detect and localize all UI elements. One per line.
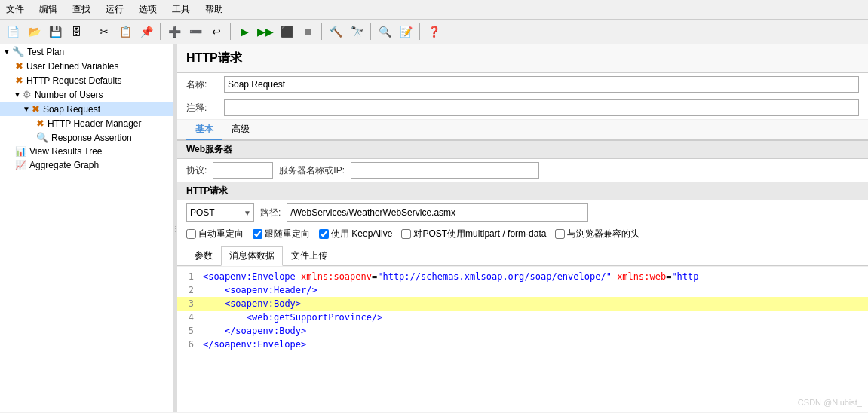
method-select[interactable]: POST GET PUT DELETE	[186, 203, 254, 222]
auto-redirect-label: 自动重定向	[198, 228, 244, 240]
code-line-5: 5 </soapenv:Body>	[177, 324, 868, 338]
http-request-section-header: HTTP请求	[177, 182, 868, 200]
method-row: POST GET PUT DELETE ▼ 路径:	[177, 200, 868, 225]
number-users-icon: ⚙	[23, 89, 32, 100]
keepalive-checkbox[interactable]	[319, 229, 329, 239]
checkbox-keepalive[interactable]: 使用 KeepAlive	[319, 228, 392, 240]
multipart-label: 对POST使用multipart / form-data	[413, 228, 546, 240]
tab-advanced[interactable]: 高级	[222, 120, 259, 140]
new-button[interactable]: 📄	[3, 22, 23, 41]
template-button[interactable]: 📝	[396, 22, 416, 41]
cut-button[interactable]: ✂	[94, 22, 114, 41]
toolbar: 📄 📂 💾 🗄 ✂ 📋 📌 ➕ ➖ ↩ ▶ ▶▶ ⬛ ⏹ 🔨 🔭 🔍 📝 ❓	[0, 20, 868, 44]
expand-icon: ▼	[23, 105, 30, 113]
save-all-button[interactable]: 🗄	[66, 22, 86, 41]
http-defaults-icon: ✖	[15, 75, 23, 86]
web-server-section-header: Web服务器	[177, 140, 868, 159]
code-line-4: 4 <web:getSupportProvince/>	[177, 311, 868, 324]
checkbox-row: 自动重定向 跟随重定向 使用 KeepAlive 对POST使用multipar…	[177, 225, 868, 243]
play-all-button[interactable]: ▶▶	[256, 22, 275, 41]
checkbox-browser-compat[interactable]: 与浏览器兼容的头	[555, 228, 639, 240]
clear-button[interactable]: 🔨	[326, 22, 345, 41]
separator-6	[419, 23, 420, 40]
checkbox-follow-redirect[interactable]: 跟随重定向	[253, 228, 310, 240]
line-num-4: 4	[177, 311, 200, 324]
help-button[interactable]: ❓	[424, 22, 443, 41]
stop-all-button[interactable]: ⏹	[298, 22, 317, 41]
line-num-6: 6	[177, 338, 200, 351]
name-input[interactable]	[224, 76, 859, 93]
browser-compat-label: 与浏览器兼容的头	[567, 228, 639, 240]
line-content-4: <web:getSupportProvince/>	[200, 311, 868, 324]
tree-label: Response Assertion	[51, 133, 132, 143]
remove-button[interactable]: ➖	[186, 22, 205, 41]
line-content-1: <soapenv:Envelope xmlns:soapenv="http://…	[200, 270, 868, 283]
multipart-checkbox[interactable]	[401, 229, 411, 239]
open-button[interactable]: 📂	[24, 22, 44, 41]
tree-item-user-defined[interactable]: ✖ User Defined Variables	[0, 59, 173, 73]
tab-basic[interactable]: 基本	[186, 120, 222, 140]
comment-input[interactable]	[224, 99, 859, 116]
add-button[interactable]: ➕	[164, 22, 184, 41]
menu-bar: 文件 编辑 查找 运行 选项 工具 帮助	[0, 0, 868, 20]
line-num-5: 5	[177, 324, 200, 338]
sub-tab-body[interactable]: 消息体数据	[221, 246, 283, 266]
stop-button[interactable]: ⬛	[277, 22, 296, 41]
line-num-2: 2	[177, 283, 200, 297]
sub-tab-params[interactable]: 参数	[186, 246, 221, 265]
protocol-input[interactable]	[213, 162, 273, 179]
copy-button[interactable]: 📋	[115, 22, 135, 41]
tree-label: Test Plan	[27, 47, 64, 57]
separator-3	[230, 23, 231, 40]
panel-title: HTTP请求	[177, 44, 868, 73]
sub-tab-upload[interactable]: 文件上传	[283, 246, 336, 265]
checkbox-multipart[interactable]: 对POST使用multipart / form-data	[401, 228, 546, 240]
server-input[interactable]	[351, 162, 539, 179]
auto-redirect-checkbox[interactable]	[186, 229, 196, 239]
menu-help[interactable]: 帮助	[202, 2, 226, 17]
tree-label: HTTP Request Defaults	[26, 75, 122, 86]
scan-button[interactable]: 🔭	[347, 22, 367, 41]
tree-item-response-assertion[interactable]: 🔍 Response Assertion	[0, 130, 173, 145]
follow-redirect-label: 跟随重定向	[265, 228, 310, 240]
menu-options[interactable]: 选项	[136, 2, 160, 17]
checkbox-auto-redirect[interactable]: 自动重定向	[186, 228, 244, 240]
main-layout: ▼ 🔧 Test Plan ✖ User Defined Variables ✖…	[0, 44, 868, 412]
separator-5	[370, 23, 371, 40]
menu-file[interactable]: 文件	[3, 2, 27, 17]
left-panel: ▼ 🔧 Test Plan ✖ User Defined Variables ✖…	[0, 44, 173, 412]
protocol-label: 协议:	[186, 164, 207, 177]
tree-item-http-header[interactable]: ✖ HTTP Header Manager	[0, 116, 173, 130]
path-label: 路径:	[260, 206, 281, 219]
menu-run[interactable]: 运行	[103, 2, 127, 17]
server-row: 协议: 服务器名称或IP:	[177, 159, 868, 182]
name-row: 名称:	[177, 73, 868, 96]
tree-item-aggregate-graph[interactable]: 📈 Aggregate Graph	[0, 158, 173, 172]
play-button[interactable]: ▶	[235, 22, 254, 41]
tab-bar: 基本 高级	[177, 120, 868, 140]
tree-item-number-of-users[interactable]: ▼ ⚙ Number of Users	[0, 87, 173, 102]
menu-find[interactable]: 查找	[69, 2, 94, 17]
code-area: 1 <soapenv:Envelope xmlns:soapenv="http:…	[177, 266, 868, 354]
tree-item-test-plan[interactable]: ▼ 🔧 Test Plan	[0, 44, 173, 59]
menu-edit[interactable]: 编辑	[36, 2, 60, 17]
search-button[interactable]: 🔍	[375, 22, 394, 41]
undo-button[interactable]: ↩	[207, 22, 226, 41]
code-line-2: 2 <soapenv:Header/>	[177, 283, 868, 297]
path-input[interactable]	[287, 203, 588, 222]
line-content-6: </soapenv:Envelope>	[200, 338, 868, 351]
comment-label: 注释:	[186, 102, 224, 115]
line-content-2: <soapenv:Header/>	[200, 283, 868, 297]
menu-tools[interactable]: 工具	[169, 2, 193, 17]
separator-4	[321, 23, 322, 40]
follow-redirect-checkbox[interactable]	[253, 229, 262, 239]
save-button[interactable]: 💾	[45, 22, 65, 41]
right-panel: HTTP请求 名称: 注释: 基本 高级 Web服务器 协议: 服务器名称或IP…	[177, 44, 868, 412]
browser-compat-checkbox[interactable]	[555, 229, 565, 239]
tree-item-view-results[interactable]: 📊 View Results Tree	[0, 145, 173, 158]
tree-item-soap-request[interactable]: ▼ ✖ Soap Request	[0, 102, 173, 116]
server-name-label: 服务器名称或IP:	[279, 164, 345, 177]
tree-item-http-defaults[interactable]: ✖ HTTP Request Defaults	[0, 73, 173, 87]
paste-button[interactable]: 📌	[136, 22, 156, 41]
expand-icon: ▼	[14, 90, 21, 99]
